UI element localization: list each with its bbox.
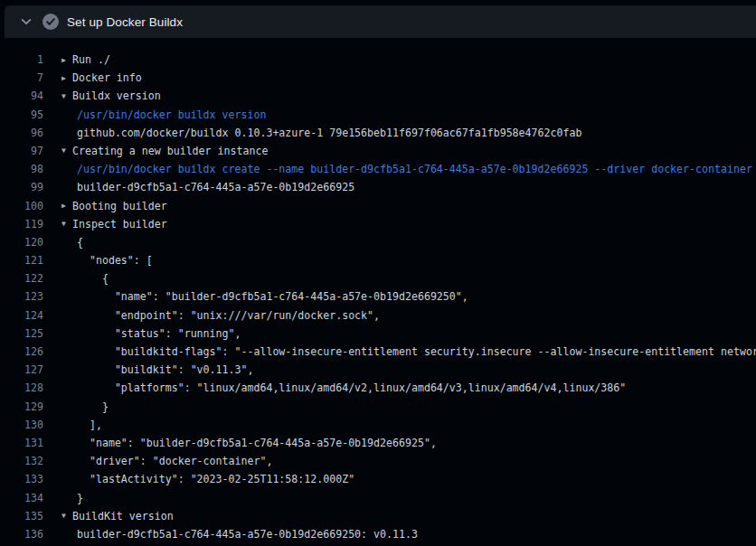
line-number[interactable]: 133 <box>0 470 43 488</box>
group-collapsed-triangle-icon[interactable]: ▶ <box>61 52 72 70</box>
log-text: builder-d9cfb5a1-c764-445a-a57e-0b19d2e6… <box>77 181 354 193</box>
line-number[interactable]: 123 <box>0 287 43 306</box>
line-body[interactable]: ▼Creating a new builder instance <box>61 142 268 160</box>
group-expanded-triangle-icon[interactable]: ▼ <box>61 507 72 525</box>
line-number[interactable]: 96 <box>0 124 43 142</box>
line-number[interactable]: 136 <box>0 525 43 543</box>
line-body[interactable]: ▼Inspect builder <box>61 215 167 233</box>
line-body: { <box>77 233 83 251</box>
group-title[interactable]: Buildx version <box>72 89 161 102</box>
log-line: 133 "lastActivity": "2023-02-25T11:58:12… <box>0 470 756 488</box>
line-number[interactable]: 94 <box>0 87 43 105</box>
line-body: "buildkit": "v0.11.3", <box>77 361 253 379</box>
line-body[interactable]: ▼Buildx version <box>61 87 161 105</box>
log-line: 121 "nodes": [ <box>0 251 756 269</box>
line-number[interactable]: 128 <box>0 379 43 397</box>
log-line: 127 "buildkit": "v0.11.3", <box>0 361 756 379</box>
log-text: "buildkit": "v0.11.3", <box>77 363 253 376</box>
line-body[interactable]: ▶Docker info <box>61 69 142 87</box>
log-group-line[interactable]: 7 ▶Docker info <box>0 69 756 87</box>
log-group-line[interactable]: 135 ▼BuildKit version <box>0 507 756 525</box>
line-number[interactable]: 125 <box>0 325 43 343</box>
log-text: "platforms": "linux/amd64,linux/amd64/v2… <box>77 381 626 394</box>
line-body: } <box>77 398 109 416</box>
line-number[interactable]: 99 <box>0 178 43 196</box>
log-group-line[interactable]: 100 ▶Booting builder <box>0 197 756 215</box>
line-body: "status": "running", <box>77 325 241 343</box>
group-expanded-triangle-icon[interactable]: ▼ <box>61 88 72 106</box>
log-line: 122 { <box>0 269 756 287</box>
line-body: "platforms": "linux/amd64,linux/amd64/v2… <box>77 379 626 397</box>
line-number[interactable]: 132 <box>0 452 43 470</box>
log-group-line[interactable]: 97 ▼Creating a new builder instance <box>0 142 756 160</box>
line-body: "name": "builder-d9cfb5a1-c764-445a-a57e… <box>77 434 437 452</box>
log-group-line[interactable]: 94 ▼Buildx version <box>0 87 756 105</box>
line-number[interactable]: 121 <box>0 251 43 269</box>
log-line: 123 "name": "builder-d9cfb5a1-c764-445a-… <box>0 287 756 306</box>
group-title[interactable]: Docker info <box>72 71 142 84</box>
line-body[interactable]: ▼BuildKit version <box>61 507 174 525</box>
line-number[interactable]: 7 <box>0 69 43 87</box>
log-line: 132 "driver": "docker-container", <box>0 452 756 470</box>
line-body: "endpoint": "unix:///var/run/docker.sock… <box>77 306 380 325</box>
line-number[interactable]: 124 <box>0 306 43 325</box>
line-body: "driver": "docker-container", <box>77 452 272 470</box>
line-body: "lastActivity": "2023-02-25T11:58:12.000… <box>77 470 354 488</box>
line-number[interactable]: 100 <box>0 197 43 215</box>
group-title[interactable]: Run ./ <box>72 53 110 66</box>
chevron-down-icon[interactable] <box>20 15 33 28</box>
line-body: builder-d9cfb5a1-c764-445a-a57e-0b19d2e6… <box>77 525 418 543</box>
line-number[interactable]: 134 <box>0 489 43 507</box>
line-body: "buildkitd-flags": "--allow-insecure-ent… <box>77 343 756 361</box>
line-body: "nodes": [ <box>77 251 153 269</box>
log-line: 120 { <box>0 233 756 251</box>
group-expanded-triangle-icon[interactable]: ▼ <box>61 142 72 160</box>
line-number[interactable]: 97 <box>0 142 43 160</box>
log-line: 125 "status": "running", <box>0 325 756 343</box>
line-number[interactable]: 127 <box>0 361 43 379</box>
step-header[interactable]: Set up Docker Buildx <box>5 5 756 38</box>
line-body: { <box>77 269 109 287</box>
log-text: } <box>77 492 83 504</box>
line-number[interactable]: 129 <box>0 398 43 416</box>
log-group-line[interactable]: 119 ▼Inspect builder <box>0 215 756 233</box>
log-line: 98 /usr/bin/docker buildx create --name … <box>0 160 756 178</box>
line-number[interactable]: 130 <box>0 416 43 434</box>
line-number[interactable]: 131 <box>0 434 43 452</box>
log-text: builder-d9cfb5a1-c764-445a-a57e-0b19d2e6… <box>77 528 418 541</box>
line-body: github.com/docker/buildx 0.10.3+azure-1 … <box>77 124 581 142</box>
line-number[interactable]: 135 <box>0 507 43 525</box>
group-expanded-triangle-icon[interactable]: ▼ <box>61 215 72 233</box>
group-title[interactable]: Inspect builder <box>72 218 167 231</box>
log-text: "name": "builder-d9cfb5a1-c764-445a-a57e… <box>77 290 468 303</box>
log-text: "buildkitd-flags": "--allow-insecure-ent… <box>77 345 756 358</box>
line-number[interactable]: 119 <box>0 215 43 233</box>
line-number[interactable]: 98 <box>0 160 43 178</box>
log-line: 134 } <box>0 489 756 507</box>
line-body: } <box>77 489 83 507</box>
line-number[interactable]: 1 <box>0 51 43 69</box>
log-group-line[interactable]: 1 ▶Run ./ <box>0 51 756 69</box>
line-body: builder-d9cfb5a1-c764-445a-a57e-0b19d2e6… <box>77 178 354 196</box>
group-title[interactable]: Creating a new builder instance <box>72 145 268 157</box>
group-title[interactable]: BuildKit version <box>72 510 174 522</box>
group-collapsed-triangle-icon[interactable]: ▶ <box>61 70 72 88</box>
group-collapsed-triangle-icon[interactable]: ▶ <box>61 197 72 215</box>
line-number[interactable]: 120 <box>0 233 43 251</box>
log-text: "name": "builder-d9cfb5a1-c764-445a-a57e… <box>77 437 437 449</box>
line-body[interactable]: ▶Run ./ <box>61 51 110 69</box>
log-text: "endpoint": "unix:///var/run/docker.sock… <box>77 309 380 322</box>
group-title[interactable]: Booting builder <box>72 200 167 212</box>
log-text: } <box>77 400 109 413</box>
check-circle-icon <box>43 14 59 30</box>
line-number[interactable]: 126 <box>0 343 43 361</box>
line-body: /usr/bin/docker buildx create --name bui… <box>77 160 752 178</box>
line-body[interactable]: ▶Booting builder <box>61 197 167 215</box>
log-text: { <box>77 236 83 249</box>
log-line: 99 builder-d9cfb5a1-c764-445a-a57e-0b19d… <box>0 178 756 196</box>
line-number[interactable]: 122 <box>0 269 43 287</box>
line-number[interactable]: 95 <box>0 106 43 124</box>
log-line: 128 "platforms": "linux/amd64,linux/amd6… <box>0 379 756 397</box>
log-text: ], <box>77 419 102 431</box>
log-text: github.com/docker/buildx 0.10.3+azure-1 … <box>77 127 581 139</box>
